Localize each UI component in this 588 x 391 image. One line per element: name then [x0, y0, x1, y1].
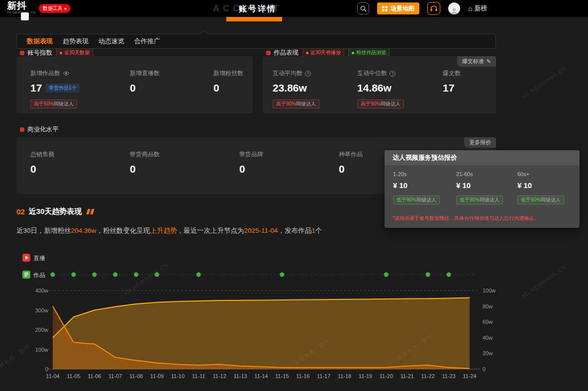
commerce-section-title: 商业化水平 — [27, 125, 59, 134]
quote-price: ¥ 10 — [393, 181, 440, 190]
red-dot-icon — [60, 52, 62, 54]
rank-tag: 低于90%同级达人 — [517, 196, 564, 204]
metric-value: 14.86w — [357, 82, 392, 94]
quote-item-medium: 21-60s ¥ 10 低于90%同级达人 — [456, 171, 503, 204]
works-marker[interactable] — [71, 273, 76, 277]
user-avatar[interactable] — [448, 2, 460, 14]
tab-updates-overview[interactable]: 动态速览 — [98, 37, 124, 46]
newrank-label: 新榜 — [474, 4, 487, 13]
header-actions: 场景地图 ⌂ 新榜 — [357, 0, 487, 17]
info-icon[interactable]: ? — [390, 71, 395, 77]
metric-value: 0 — [130, 82, 136, 94]
x-tick: 11-09 — [150, 373, 164, 379]
metric-seeding-works: 种草作品 0 — [339, 150, 363, 175]
active-tab-indicator — [226, 17, 282, 21]
trend-direction: 上升趋势 — [150, 227, 177, 234]
tabbar: 数据表现 趋势表现 动态速览 合作推广 — [16, 34, 496, 49]
watermark: XD.NEWRANK.CN — [520, 264, 567, 299]
x-tick: 11-21 — [400, 373, 414, 379]
trend-section-title: 近30天趋势表现 — [29, 207, 82, 216]
search-button[interactable] — [357, 2, 369, 14]
rank-tag: 低于90%同级达人 — [393, 196, 440, 204]
metric-products: 带货商品数 0 — [130, 150, 160, 175]
x-tick: 11-23 — [442, 373, 455, 379]
grid-icon — [382, 6, 388, 11]
tab-trend-performance[interactable]: 趋势表现 — [63, 37, 89, 46]
quote-disclaimer: *该报价基于账号数据预估，具体合作报价请与达人自行沟通确认。 — [392, 215, 572, 222]
metric-value: 0 — [213, 82, 219, 94]
works-marker[interactable] — [113, 273, 117, 277]
hot-article-standard-button[interactable]: 爆文标准 ✎ — [457, 56, 496, 67]
quote-item-short: 1-20s ¥ 10 低于90%同级达人 — [393, 171, 440, 204]
mini-account-avatar — [21, 12, 29, 20]
x-tick: 11-24 — [463, 373, 476, 379]
metric-label: 新增直播数 — [130, 69, 160, 78]
popover-title: 达人视频服务预估报价 — [385, 150, 580, 165]
y-left-tick: 400w — [35, 288, 48, 293]
y-left-tick: 100w — [35, 347, 48, 353]
scene-map-label: 场景地图 — [391, 4, 414, 13]
metric-new-lives: 新增直播数 0 — [130, 69, 160, 94]
works-marker[interactable] — [280, 273, 284, 277]
home-icon: ⌂ — [468, 4, 472, 12]
metric-hot-articles: 爆文数 17 — [443, 69, 461, 94]
headset-icon — [430, 5, 438, 12]
x-tick: 11-11 — [192, 373, 205, 379]
x-tick: 11-17 — [317, 373, 330, 379]
support-button[interactable] — [427, 2, 440, 15]
account-section-title: 账号指数 — [27, 49, 52, 57]
x-tick: 11-18 — [338, 373, 351, 379]
section-bullet-icon — [20, 127, 24, 132]
metric-label: 互动中位数 — [357, 69, 387, 78]
works-marker[interactable] — [155, 273, 159, 277]
metric-label: 互动平均数 — [273, 69, 302, 78]
scene-map-button[interactable]: 场景地图 — [377, 2, 419, 14]
metric-value: 17 — [443, 82, 454, 94]
works-marker[interactable] — [92, 273, 97, 277]
info-icon[interactable]: ? — [305, 71, 311, 77]
metric-avg-engagement: 互动平均数 ? 23.86w 高于90%同级达人 — [273, 69, 319, 108]
section-bullet-icon — [20, 51, 24, 55]
rank-tag: 高于90%同级达人 — [273, 99, 319, 108]
works-marker[interactable] — [384, 273, 389, 277]
x-tick: 11-10 — [171, 373, 185, 379]
search-icon — [360, 5, 367, 12]
y-right-tick: 60w — [483, 319, 492, 325]
rank-tag: 高于90%同级达人 — [357, 99, 404, 108]
y-right-tick: 80w — [483, 303, 492, 309]
metric-label: 总销售额 — [30, 150, 54, 159]
works-section-title: 作品表现 — [274, 49, 298, 57]
works-legend-label[interactable]: 作品 — [33, 272, 45, 279]
quote-duration: 60s+ — [517, 171, 564, 177]
tab-cooperation[interactable]: 合作推广 — [134, 37, 160, 46]
works-marker[interactable] — [51, 273, 55, 277]
section-bullet-icon — [266, 51, 271, 55]
works-marker[interactable] — [196, 273, 201, 277]
metric-label: 种草作品 — [339, 150, 363, 159]
metric-value: 0 — [339, 163, 345, 175]
x-tick: 11-05 — [67, 373, 80, 379]
quote-marks-icon — [86, 209, 94, 214]
y-right-tick: 20w — [483, 350, 492, 356]
newrank-home-link[interactable]: ⌂ 新榜 — [468, 4, 487, 13]
live-legend-label[interactable]: 直播 — [33, 255, 45, 262]
works-marker[interactable] — [426, 273, 430, 277]
eye-icon[interactable] — [63, 70, 70, 77]
x-tick: 11-13 — [233, 373, 247, 379]
metric-new-works: 新增作品数 17 带货作品1个 高于50%同级达人 — [30, 69, 80, 108]
x-tick: 11-19 — [359, 373, 372, 379]
tab-data-performance[interactable]: 数据表现 — [27, 37, 53, 46]
app-logo[interactable]: 新抖 XD.NEWRANK.CN — [7, 1, 36, 14]
video-quote-popover: 达人视频服务预估报价 1-20s ¥ 10 低于90%同级达人 21-60s ¥… — [385, 150, 580, 228]
rank-tag: 高于50%同级达人 — [30, 99, 77, 108]
works-marker[interactable] — [447, 273, 451, 277]
works-marker[interactable] — [134, 273, 138, 277]
metric-value: 0 — [30, 163, 36, 175]
more-quotes-button[interactable]: 更多报价 — [464, 137, 496, 148]
metric-total-sales: 总销售额 0 — [30, 150, 54, 175]
quote-duration: 1-20s — [393, 171, 440, 177]
data-tools-menu[interactable]: 数据工具 ▾ — [39, 4, 71, 13]
works-count: 1 — [311, 227, 315, 234]
logo-text: 新抖 — [7, 1, 36, 11]
works-metrics-card: 爆文标准 ✎ 互动平均数 ? 23.86w 高于90%同级达人 互动中位数 ? … — [263, 56, 496, 113]
